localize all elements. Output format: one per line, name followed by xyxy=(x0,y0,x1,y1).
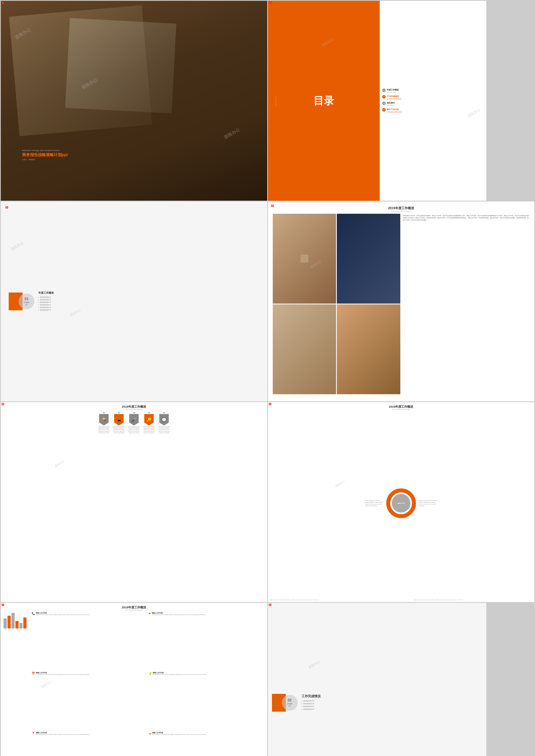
slide5-watermark: 道格办公 xyxy=(54,459,65,468)
slides-grid: 1 Business strategy plan project content… xyxy=(0,0,535,756)
slide7-info-title-5: 请输入文字内容 xyxy=(36,732,90,734)
slide7-info-desc-1: Please select text click and relevant he… xyxy=(36,614,90,616)
slide5-header: 2019年度工作概述 2017 annual work summary xyxy=(4,405,265,410)
slide5-title: 2019年度工作概述 xyxy=(4,405,265,409)
slide7-info-3: 📅 请输入文字内容 Please select text click and r… xyxy=(32,672,147,731)
slide5-icon-item-4: 04 🔑 please replace text click and relev… xyxy=(142,412,155,434)
slide3-chapter-num: 01 xyxy=(24,297,28,301)
slide7-bar-group-5: 30 xyxy=(19,623,22,629)
slide4-photos-grid xyxy=(273,214,400,394)
slide8-bullet-2: ▸请添加相关联文字 xyxy=(302,703,321,705)
slide-number-8: 8 xyxy=(269,604,271,606)
slide3-bullet-3: 请添加相关联文字 xyxy=(38,302,259,304)
slide8-chapter-num: 02 xyxy=(288,698,292,702)
slide8-chapter-indicator: 02 chapt er xyxy=(272,694,298,712)
slide5-icon-shape-5: 💬 xyxy=(159,414,169,425)
slide5-icon-item-1: 04 📦 please replace text click and relev… xyxy=(97,412,111,434)
slide5-icon-item-3: 03 🎤 please replace text click and relev… xyxy=(127,412,141,434)
slide-2: 2 contents 目录 1 年度工作概述 annual work 2 xyxy=(268,1,534,201)
slide7-bar-label-4: 40 xyxy=(16,628,18,629)
toc-cn-2: 工作完成情况 xyxy=(387,95,401,98)
slide-5: 5 2019年度工作概述 2017 annual work summary 04… xyxy=(1,402,267,602)
slide7-info-title-4: 请输入文字内容 xyxy=(153,672,207,674)
slide6-subtitle: 2017 annual work summary xyxy=(271,409,532,410)
slide7-info-1: 📞 请输入文字内容 Please select text click and r… xyxy=(32,612,147,671)
slide7-icon-4: 💡 xyxy=(149,672,152,675)
slide5-icon-item-2: 02 ☁ please replace text click and relev… xyxy=(112,412,126,434)
slide7-icon-2: ❤ xyxy=(149,612,151,615)
toc-num-3: 3 xyxy=(382,102,386,105)
slide3-chapter-word2: er xyxy=(25,304,27,306)
slide5-subtitle: 2017 annual work summary xyxy=(4,409,265,410)
slide7-bar-1 xyxy=(4,619,7,628)
slide7-icon-1: 📞 xyxy=(32,612,35,615)
slide7-bar-group-2: 70 xyxy=(8,616,11,629)
slide7-header: 2019年度工作概述 2017 annual work summary xyxy=(4,606,265,611)
slide8-chapter-word2: er xyxy=(289,705,291,707)
slide7-info-desc-5: Please select text click and relevant he… xyxy=(36,734,90,736)
slide3-bullets: 请添加相关联文字 请添加相关联文字 请添加相关联文字 请添加相关联文字 请添加相… xyxy=(38,296,259,311)
slide3-bullet-4: 请添加相关联文字 xyxy=(38,304,259,306)
slide7-bar-label-2: 70 xyxy=(9,628,10,629)
slide8-content: 工作完成情况 ▸请添加相关联文字 ▸请添加相关联文字 ▸请添加相关联文字 ▸请添… xyxy=(302,694,321,711)
slide1-content: Business strategy plan project content 商… xyxy=(22,149,246,161)
slide6-bottom: please replace text click and relevant h… xyxy=(270,599,532,600)
toc-text-2: 工作完成情况 completion of work xyxy=(387,95,401,100)
slide7-info-text-6: 请输入文字内容 Please select text click and rel… xyxy=(152,732,206,736)
slide6-cycle-diagram: 请换文字字幕 xyxy=(386,488,416,518)
slide4-photo-1 xyxy=(273,214,336,304)
slide-number-4: 4 xyxy=(271,205,274,207)
slide7-bar-label-1: 55 xyxy=(5,628,6,629)
slide5-icon-shape-4: 🔑 xyxy=(144,414,154,425)
slide5-icon-shape-3: 🎤 xyxy=(129,414,139,425)
slide5-icon-item-5: 05 💬 please replace text click and relev… xyxy=(157,412,171,434)
slide7-chart: 55 70 85 40 xyxy=(4,612,29,756)
toc-num-1: 1 xyxy=(382,88,386,92)
toc-text-3: 项目展示 successful xyxy=(387,102,395,106)
slide3-watermark: 道格办公 xyxy=(10,241,24,252)
slide-1: 1 Business strategy plan project content… xyxy=(1,1,267,201)
toc-en-2: completion of work xyxy=(387,98,401,100)
slide5-icon-desc-3: please replace text click and relevant h… xyxy=(127,426,141,434)
slide7-info-title-6: 请输入文字内容 xyxy=(152,732,206,734)
slide5-icon-desc-1: please replace text click and relevant h… xyxy=(97,426,111,434)
slide-7: 7 2019年度工作概述 2017 annual work summary 55 xyxy=(1,603,267,756)
slide3-bullet-5: 请添加相关联文字 xyxy=(38,306,259,308)
slide7-bar-group-4: 40 xyxy=(15,621,18,629)
slide7-info-title-1: 请输入文字内容 xyxy=(36,612,90,614)
slide7-bar-group-3: 85 xyxy=(12,613,14,629)
slide2-title-cn: 目录 xyxy=(314,96,334,106)
slide4-subtitle: 2017 annual work summary xyxy=(273,210,530,212)
slide3-chapter-indicator: 01 chapt er xyxy=(9,293,34,310)
toc-cn-3: 项目展示 xyxy=(387,102,395,104)
slide-3: 3 01 chapt er 年度工作概述 请添加相关联文字 请添加相关联文字 请… xyxy=(1,201,267,401)
slide7-icon-6: ☁ xyxy=(149,732,151,735)
toc-en-4: next year work plan xyxy=(387,111,402,113)
slide8-bullet-3: ▸请添加相关联文字 xyxy=(302,706,321,708)
slide4-photo-3 xyxy=(273,305,336,394)
slide7-bar-6 xyxy=(23,618,26,628)
toc-num-4: 4 xyxy=(382,108,386,112)
slide7-info-text-1: 请输入文字内容 Please select text click and rel… xyxy=(36,612,90,616)
slide-number-6: 6 xyxy=(269,403,271,405)
slide5-icon-num-2: 02 xyxy=(118,412,120,413)
slide7-info-desc-4: Please select text click and relevant he… xyxy=(153,674,207,676)
slide8-bullet-4: ▸请添加相关联文字 xyxy=(302,708,321,710)
toc-num-2: 2 xyxy=(382,95,386,99)
slide1-subtitle: Business strategy plan project content xyxy=(22,149,246,151)
toc-en-3: successful xyxy=(387,104,395,106)
slide2-contents-label: contents xyxy=(275,95,276,106)
slide6-header: 2019年度工作概述 2017 annual work summary xyxy=(271,405,532,410)
slide5-icon-num-1: 04 xyxy=(103,412,105,413)
slide7-body: 55 70 85 40 xyxy=(4,612,265,756)
slide6-bottom-left: please replace text click and relevant h… xyxy=(270,599,388,600)
slide4-header: 2019年度工作概述 2017 annual work summary xyxy=(273,206,530,212)
toc-en-1: annual work xyxy=(387,91,399,93)
slide8-gray-accent xyxy=(486,603,534,756)
slide7-bar-label-5: 30 xyxy=(20,628,22,629)
slide7-bar-2 xyxy=(8,616,11,628)
toc-text-1: 年度工作概述 annual work xyxy=(387,88,399,93)
slide7-info-text-3: 请输入文字内容 Please select text click and rel… xyxy=(36,672,90,676)
slide8-circle: 02 chapt er xyxy=(282,695,298,711)
slide3-bullet-1: 请添加相关联文字 xyxy=(38,296,259,298)
